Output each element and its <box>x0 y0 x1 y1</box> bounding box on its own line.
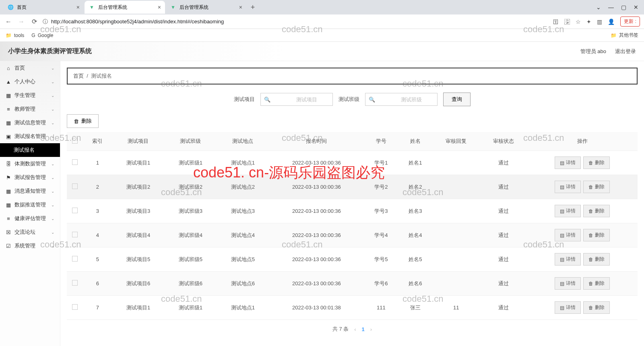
detail-button[interactable]: ▤详情 <box>555 157 581 169</box>
chevron-down-icon: ⌄ <box>51 80 54 84</box>
page-prev-icon[interactable]: ‹ <box>354 326 356 332</box>
admin-label[interactable]: 管理员 abo <box>580 48 606 55</box>
extensions-icon[interactable]: ✦ <box>586 19 591 25</box>
detail-button[interactable]: ▤详情 <box>555 205 581 217</box>
chevron-down-icon: ⌄ <box>51 216 54 221</box>
sidebar-item[interactable]: ▣测试报名管理⌄ <box>0 130 60 143</box>
query-button[interactable]: 查询 <box>443 93 471 106</box>
detail-button[interactable]: ▤详情 <box>555 229 581 241</box>
info-icon: ⓘ <box>43 18 48 25</box>
checkbox[interactable] <box>72 183 78 189</box>
panel-icon[interactable]: ▥ <box>597 19 602 25</box>
vue-icon: ▼ <box>89 4 95 10</box>
bookmark-item[interactable]: 📁其他书签 <box>611 32 638 39</box>
cell-status: 通过 <box>480 151 527 175</box>
cell-name: 张三 <box>398 296 432 320</box>
key-icon[interactable]: ⚿ <box>553 19 559 25</box>
sidebar-item[interactable]: ▦数据推送管理⌄ <box>0 198 60 212</box>
url-field[interactable]: ⓘ http://localhost:8080/springboote52j4/… <box>43 18 549 25</box>
checkbox[interactable] <box>72 304 78 310</box>
sidebar-item[interactable]: ▲个人中心⌄ <box>0 75 60 89</box>
checkbox[interactable] <box>72 208 78 213</box>
chevron-down-icon: ⌄ <box>51 189 54 194</box>
table-row: 4测试项目4测试班级4测试地点42022-03-13 00:00:36学号4姓名… <box>67 223 638 247</box>
table-row: 6测试项目6测试班级6测试地点62022-03-13 00:00:36学号6姓名… <box>67 272 638 296</box>
bookmark-item[interactable]: GGoogle <box>31 33 53 38</box>
checkbox[interactable] <box>72 232 78 237</box>
row-delete-button[interactable]: 🗑删除 <box>583 229 610 241</box>
cell-status: 通过 <box>480 247 527 272</box>
row-delete-button[interactable]: 🗑删除 <box>583 277 610 290</box>
cell-project: 测试项目4 <box>112 223 165 247</box>
close-icon[interactable]: × <box>239 4 242 10</box>
pagination: 共 7 条 ‹ 1 › <box>67 325 638 333</box>
bookmark-item[interactable]: 📁tools <box>6 33 24 38</box>
row-delete-button[interactable]: 🗑删除 <box>583 301 610 314</box>
cell-time: 2022-03-13 00:00:36 <box>269 199 364 223</box>
menu-icon: ⚑ <box>6 175 11 181</box>
sidebar-item-label: 交流论坛 <box>14 229 35 236</box>
detail-button[interactable]: ▤详情 <box>555 253 581 266</box>
doc-icon: ▤ <box>560 184 564 190</box>
delete-button[interactable]: 🗑 删除 <box>67 114 99 128</box>
detail-button[interactable]: ▤详情 <box>555 277 581 290</box>
search-input-project[interactable]: 🔍 <box>260 93 333 106</box>
cell-reply <box>432 247 479 272</box>
sidebar-item[interactable]: ☒交流论坛⌄ <box>0 225 60 239</box>
close-icon[interactable]: × <box>158 4 161 10</box>
sidebar-item[interactable]: 测试报名 <box>0 143 60 157</box>
project-input[interactable] <box>273 97 341 103</box>
logout-link[interactable]: 退出登录 <box>615 48 636 55</box>
sidebar-item[interactable]: ▦测试信息管理⌄ <box>0 116 60 130</box>
search-label-project: 测试项目 <box>234 96 255 103</box>
sidebar-item-label: 教师管理 <box>14 105 35 113</box>
close-icon[interactable]: × <box>76 4 80 10</box>
row-delete-button[interactable]: 🗑删除 <box>583 157 610 169</box>
close-window-icon[interactable]: ✕ <box>634 4 638 10</box>
chevron-down-icon[interactable]: ⌄ <box>596 4 601 10</box>
sidebar-item[interactable]: ⚑测试报告管理⌄ <box>0 171 60 184</box>
browser-tab[interactable]: ▼ 后台管理系统 × <box>166 1 246 14</box>
row-delete-button[interactable]: 🗑删除 <box>583 181 610 193</box>
page-next-icon[interactable]: › <box>370 326 372 332</box>
row-delete-button[interactable]: 🗑删除 <box>583 253 610 266</box>
translate-icon[interactable]: 🇬 <box>564 19 570 25</box>
update-button[interactable]: 更新 : <box>620 16 640 27</box>
class-input[interactable] <box>378 97 445 103</box>
back-icon[interactable]: ← <box>4 18 13 25</box>
reload-icon[interactable]: ⟳ <box>30 18 39 25</box>
sidebar-item[interactable]: ⌂首页⌄ <box>0 61 60 75</box>
sidebar-item[interactable]: ☑系统管理⌄ <box>0 239 60 253</box>
search-icon: 🔍 <box>264 97 270 103</box>
checkbox[interactable] <box>72 159 78 165</box>
sidebar-item[interactable]: ▦消息通知管理⌄ <box>0 184 60 198</box>
breadcrumb-home[interactable]: 首页 <box>73 73 84 79</box>
minimize-icon[interactable]: — <box>608 4 614 10</box>
browser-tab[interactable]: 🌐 首页 × <box>3 1 84 14</box>
sidebar-item[interactable]: 🗄体测数据管理⌄ <box>0 157 60 171</box>
forward-icon[interactable]: → <box>17 18 26 25</box>
sidebar-item[interactable]: ≡健康评估管理⌄ <box>0 212 60 225</box>
menu-icon: ▦ <box>6 188 11 194</box>
maximize-icon[interactable]: ▢ <box>621 4 626 10</box>
table-header: 审核回复 <box>432 132 479 151</box>
checkbox-all[interactable] <box>72 138 78 144</box>
table-row: 3测试项目3测试班级3测试地点32022-03-13 00:00:36学号3姓名… <box>67 199 638 223</box>
search-input-class[interactable]: 🔍 <box>365 93 438 106</box>
sidebar-item[interactable]: ▦学生管理⌄ <box>0 89 60 102</box>
browser-tab[interactable]: ▼ 后台管理系统 × <box>85 1 165 14</box>
page-current[interactable]: 1 <box>362 326 365 332</box>
new-tab-button[interactable]: + <box>247 2 258 13</box>
row-delete-button[interactable]: 🗑删除 <box>583 205 610 217</box>
table-header: 测试地点 <box>217 132 269 151</box>
checkbox[interactable] <box>72 256 78 262</box>
detail-button[interactable]: ▤详情 <box>555 181 581 193</box>
star-icon[interactable]: ☆ <box>576 19 581 25</box>
detail-button[interactable]: ▤详情 <box>555 301 581 314</box>
checkbox[interactable] <box>72 280 78 286</box>
cell-sid: 111 <box>364 296 398 320</box>
cell-name: 姓名5 <box>398 247 432 272</box>
sidebar-item[interactable]: ≡教师管理⌄ <box>0 102 60 116</box>
profile-icon[interactable]: 👤 <box>608 19 615 25</box>
cell-location: 测试地点5 <box>217 247 269 272</box>
